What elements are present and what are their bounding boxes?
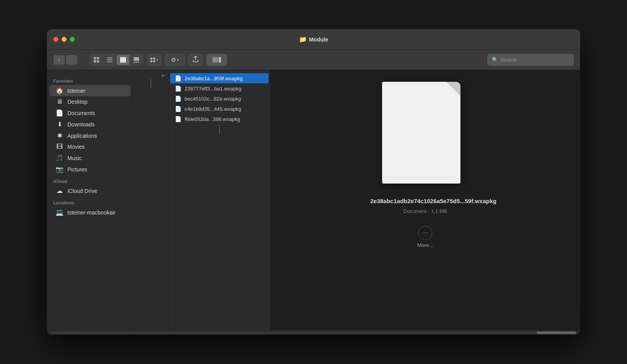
svg-rect-9	[124, 57, 126, 63]
svg-rect-12	[136, 61, 137, 63]
icloud-label: iCloud	[47, 175, 133, 185]
file-preview-icon	[382, 82, 468, 187]
sidebar-item-label: Documents	[67, 110, 95, 116]
arrow-right-icon: ▶	[162, 73, 165, 77]
preview-toggle-button[interactable]	[207, 54, 227, 66]
locations-label: Locations	[47, 196, 133, 207]
music-icon: 🎵	[56, 154, 63, 162]
file-item-1[interactable]: 📄 2e38abc1a...959f.wxapkg	[170, 73, 268, 83]
col2-bottom	[169, 124, 270, 132]
view-controls	[89, 54, 143, 66]
svg-rect-16	[150, 60, 152, 62]
sidebar-item-label: Applications	[67, 133, 97, 139]
file-icon-1: 📄	[175, 75, 181, 81]
file-label-4: c4e1b8d35...445.wxapkg	[185, 106, 241, 112]
file-label-2: 238777eff3...ba1.wxapkg	[185, 86, 241, 92]
file-item-3[interactable]: 📄 bec45102c...82e.wxapkg	[170, 94, 268, 104]
titlebar: 📁 Module	[47, 29, 580, 50]
svg-rect-7	[120, 57, 122, 63]
file-item-4[interactable]: 📄 c4e1b8d35...445.wxapkg	[170, 104, 268, 114]
sidebar-item-movies[interactable]: 🎞 Movies	[49, 141, 130, 152]
sidebar-item-applications[interactable]: ✱ Applications	[49, 130, 130, 141]
preview-panel: 2e38abc1adb2e74c1026a5e75d5...59f.wxapkg…	[270, 70, 580, 330]
nav-buttons: ‹ ›	[53, 55, 78, 65]
gear-icon: ⚙	[171, 56, 176, 63]
sidebar-item-music[interactable]: 🎵 Music	[49, 152, 130, 164]
col2-resize-handle[interactable]	[219, 124, 220, 133]
sidebar-item-label: Desktop	[67, 99, 87, 105]
svg-rect-3	[97, 60, 99, 63]
view-icon-button[interactable]	[90, 55, 103, 65]
forward-button[interactable]: ›	[66, 55, 78, 65]
search-input[interactable]	[500, 57, 569, 63]
movies-icon: 🎞	[56, 143, 63, 150]
view-column-button[interactable]	[117, 55, 129, 65]
sidebar-item-macbook[interactable]: 💻 tsteiner-macbookair	[49, 207, 130, 218]
scrollbar-area	[47, 330, 580, 335]
svg-rect-10	[134, 57, 139, 61]
sidebar-item-icloud-drive[interactable]: ☁ iCloud Drive	[49, 185, 130, 196]
sidebar: Favorites 🏠 tsteiner 🖥 Desktop 📄 Documen…	[47, 70, 133, 330]
desktop-icon: 🖥	[56, 98, 63, 105]
pictures-icon: 📷	[56, 166, 63, 173]
sidebar-item-downloads[interactable]: ⬇ Downloads	[49, 119, 130, 130]
home-icon: 🏠	[56, 87, 63, 94]
dropdown-chevron: ▾	[156, 58, 158, 62]
columns-area: ▶ 📄 2e38abc1a...959f.wxapkg 📄 238777eff3…	[133, 70, 580, 330]
file-label-3: bec45102c...82e.wxapkg	[185, 96, 241, 102]
file-item-2[interactable]: 📄 238777eff3...ba1.wxapkg	[170, 83, 268, 94]
window-title-area: 📁 Module	[299, 36, 328, 43]
more-label: More...	[417, 242, 433, 248]
col1-resize-handle[interactable]	[150, 79, 151, 88]
maximize-button[interactable]	[70, 37, 75, 42]
svg-rect-1	[97, 57, 99, 59]
svg-rect-13	[138, 61, 139, 63]
column-2: 📄 2e38abc1a...959f.wxapkg 📄 238777eff3..…	[169, 70, 270, 330]
horizontal-scrollbar[interactable]	[51, 332, 576, 334]
close-button[interactable]	[53, 37, 58, 42]
file-label-1: 2e38abc1a...959f.wxapkg	[185, 76, 243, 81]
preview-meta: Document - 1,1 MB	[403, 208, 447, 214]
sidebar-item-label: Movies	[67, 144, 85, 150]
file-icon-2: 📄	[175, 85, 181, 92]
toolbar: ‹ › ▾ ⚙ ▾	[47, 50, 580, 70]
main-content: Favorites 🏠 tsteiner 🖥 Desktop 📄 Documen…	[47, 70, 580, 330]
svg-rect-17	[153, 60, 155, 62]
minimize-button[interactable]	[62, 37, 67, 42]
view-list-button[interactable]	[103, 55, 116, 65]
svg-rect-18	[212, 57, 218, 63]
svg-rect-0	[94, 57, 96, 59]
action-gear-button[interactable]: ⚙ ▾	[165, 54, 185, 66]
file-item-5[interactable]: 📄 f6de052da...386.wxapkg	[170, 114, 268, 124]
sidebar-item-label: Pictures	[67, 166, 87, 173]
svg-rect-15	[153, 57, 155, 59]
view-gallery-button[interactable]	[130, 55, 143, 65]
share-button[interactable]	[188, 54, 203, 66]
svg-rect-4	[107, 58, 112, 58]
document-page	[382, 82, 460, 184]
icloud-icon: ☁	[56, 187, 63, 195]
svg-rect-5	[107, 59, 112, 60]
more-button[interactable]: ··· More...	[417, 226, 433, 248]
scrollbar-thumb[interactable]	[537, 332, 576, 334]
finder-window: 📁 Module ‹ ›	[47, 29, 580, 335]
sidebar-item-pictures[interactable]: 📷 Pictures	[49, 164, 130, 175]
sidebar-item-label: Music	[67, 155, 82, 161]
traffic-lights	[53, 37, 75, 42]
svg-rect-6	[107, 61, 112, 62]
view-options-dropdown[interactable]: ▾	[147, 54, 161, 66]
title-folder-icon: 📁	[299, 36, 307, 43]
window-title: Module	[309, 36, 328, 43]
forward-icon: ›	[71, 57, 73, 63]
sidebar-item-label: Downloads	[67, 121, 94, 128]
sidebar-item-documents[interactable]: 📄 Documents	[49, 107, 130, 119]
back-button[interactable]: ‹	[53, 55, 65, 65]
applications-icon: ✱	[56, 132, 63, 139]
sidebar-item-label: iCloud Drive	[67, 188, 97, 194]
computer-icon: 💻	[56, 209, 63, 216]
preview-filename: 2e38abc1adb2e74c1026a5e75d5...59f.wxapkg	[370, 197, 480, 205]
sidebar-item-tsteiner[interactable]: 🏠 tsteiner	[49, 85, 130, 96]
share-icon	[192, 56, 199, 64]
sidebar-item-desktop[interactable]: 🖥 Desktop	[49, 96, 130, 107]
search-bar[interactable]: 🔍	[487, 54, 574, 66]
